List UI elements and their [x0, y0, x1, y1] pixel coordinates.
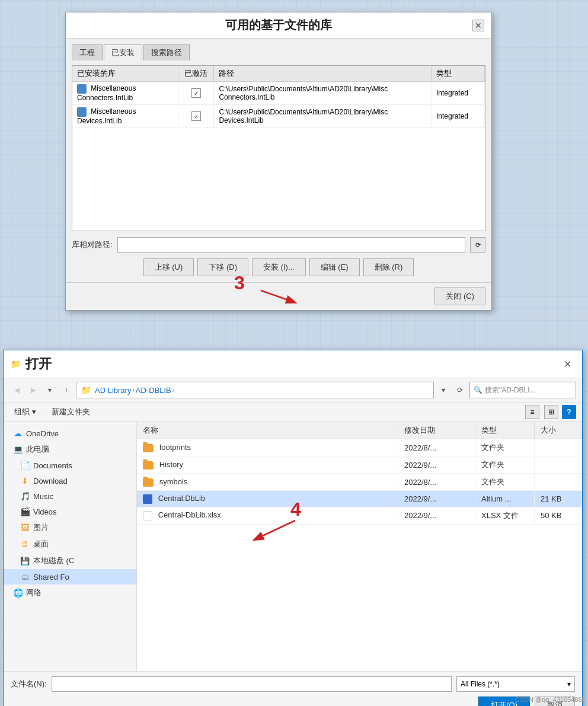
- table-row[interactable]: Miscellaneous Connectors.IntLib ✓ C:\Use…: [72, 82, 485, 105]
- sidebar-item-sharedfolder[interactable]: 🗂 Shared Fo: [4, 569, 136, 584]
- table-row[interactable]: Miscellaneous Devices.IntLib ✓ C:\Users\…: [72, 105, 485, 128]
- file-type-cell: 文件夹: [475, 439, 535, 456]
- lib-down-button[interactable]: 下移 (D): [197, 258, 248, 276]
- sidebar-item-computer[interactable]: 💻 此电脑: [4, 441, 136, 458]
- library-table-container: 已安装的库 已激活 路径 类型 Miscellaneous Connectors…: [72, 65, 485, 231]
- filetype-label: All Files (*.*): [461, 680, 500, 688]
- view-detail-button[interactable]: ≡: [525, 405, 539, 419]
- lib-checkbox[interactable]: ✓: [191, 111, 201, 121]
- table-row[interactable]: symbols 2022/8/... 文件夹: [137, 474, 582, 491]
- sidebar-item-download[interactable]: ⬇ Download: [4, 473, 136, 488]
- sidebar-item-localdisk[interactable]: 💾 本地磁盘 (C: [4, 552, 136, 569]
- lib-close-button[interactable]: 关闭 (C): [434, 287, 485, 305]
- lib-remove-button[interactable]: 删除 (R): [363, 258, 414, 276]
- help-button[interactable]: ?: [562, 405, 576, 419]
- sidebar-item-videos[interactable]: 🎬 Videos: [4, 504, 136, 519]
- library-dialog: 可用的基于文件的库 ✕ 工程 已安装 搜索路径 已安装的库 已激活 路径 类型: [65, 12, 492, 311]
- folder-icon-download: ⬇: [20, 476, 30, 485]
- lib-path-input[interactable]: [117, 237, 465, 253]
- file-date-cell: 2022/8/...: [398, 439, 475, 456]
- open-close-button[interactable]: ✕: [560, 357, 575, 371]
- view-icon-button[interactable]: ⊞: [544, 405, 558, 419]
- nav-forward-button[interactable]: ▶: [26, 383, 40, 397]
- filetype-select[interactable]: All Files (*.*) ▾: [456, 676, 575, 692]
- lib-install-button[interactable]: 安装 (I)...: [252, 258, 306, 276]
- library-dialog-footer: 关闭 (C): [66, 282, 491, 310]
- file-name-cell: Central.DbLib: [137, 491, 398, 507]
- file-name-cell: History: [137, 456, 398, 474]
- lib-checkbox[interactable]: ✓: [191, 88, 201, 98]
- file-name-cell: footprints: [137, 439, 398, 456]
- lib-type-cell: Integrated: [432, 105, 485, 128]
- toolbar-row: 组织 ▾ 新建文件夹 ≡ ⊞ ?: [4, 402, 582, 422]
- drive-icon-shared: 🗂: [20, 572, 30, 582]
- table-row[interactable]: Central.DbLib 2022/9/... Altium ... 21 K…: [137, 491, 582, 507]
- search-input[interactable]: 搜索"AD-DBLI...: [485, 385, 572, 395]
- tab-project[interactable]: 工程: [72, 44, 103, 60]
- col-installed-name: 已安装的库: [72, 66, 178, 82]
- open-dialog-icon: 📁: [11, 359, 21, 369]
- library-dialog-title: 可用的基于文件的库: [85, 17, 472, 33]
- col-type[interactable]: 类型: [475, 422, 535, 439]
- library-dialog-body: 工程 已安装 搜索路径 已安装的库 已激活 路径 类型: [66, 39, 491, 282]
- tab-search-path[interactable]: 搜索路径: [143, 44, 190, 60]
- col-name[interactable]: 名称: [137, 422, 398, 439]
- open-content: ☁ OneDrive 💻 此电脑 📄 Documents ⬇ Download …: [4, 422, 582, 671]
- nav-up-button[interactable]: ↑: [59, 383, 74, 397]
- lib-up-button[interactable]: 上移 (U): [143, 258, 194, 276]
- sidebar-label-onedrive: OneDrive: [26, 429, 59, 438]
- address-path-item-adlibrary[interactable]: AD Library: [95, 386, 131, 395]
- address-refresh-button[interactable]: ⟳: [453, 383, 467, 397]
- file-table: 名称 修改日期 类型 大小 footprints 2022/8/... 文件夹: [137, 422, 582, 525]
- col-path: 路径: [214, 66, 432, 82]
- file-size-cell: 21 KB: [535, 491, 582, 507]
- lib-icon: [77, 84, 87, 94]
- tab-installed[interactable]: 已安装: [104, 44, 142, 61]
- file-date-cell: 2022/9/...: [398, 491, 475, 507]
- search-icon: 🔍: [474, 386, 482, 394]
- col-date[interactable]: 修改日期: [398, 422, 475, 439]
- table-row[interactable]: footprints 2022/8/... 文件夹: [137, 439, 582, 456]
- file-type-cell: XLSX 文件: [475, 507, 535, 524]
- sidebar-item-onedrive[interactable]: ☁ OneDrive: [4, 426, 136, 441]
- lib-path-cell: C:\Users\Public\Documents\Altium\AD20\Li…: [214, 82, 432, 105]
- sidebar-item-music[interactable]: 🎵 Music: [4, 488, 136, 504]
- lib-edit-button[interactable]: 编辑 (E): [309, 258, 360, 276]
- cloud-icon: ☁: [13, 429, 23, 438]
- sidebar-item-desktop[interactable]: 🖥 桌面: [4, 536, 136, 552]
- lib-path-label: 库相对路径:: [72, 239, 113, 250]
- filename-input[interactable]: [52, 676, 452, 692]
- folder-icon-docs: 📄: [20, 461, 30, 470]
- new-folder-button[interactable]: 新建文件夹: [47, 405, 95, 419]
- sidebar-label-videos: Videos: [33, 507, 57, 516]
- table-row[interactable]: History 2022/9/... 文件夹: [137, 456, 582, 474]
- file-type-cell: 文件夹: [475, 456, 535, 474]
- address-path[interactable]: 📁 AD Library › AD-DBLIB ›: [76, 382, 434, 398]
- file-name-cell: Central-DbLib.xlsx: [137, 507, 398, 524]
- lib-path-browse-button[interactable]: ⟳: [470, 237, 485, 253]
- address-dropdown-button[interactable]: ▾: [436, 383, 450, 397]
- organize-button[interactable]: 组织 ▾: [9, 405, 41, 419]
- nav-back-button[interactable]: ◀: [9, 383, 24, 397]
- sidebar-label-computer: 此电脑: [26, 444, 49, 455]
- lib-type-cell: Integrated: [432, 82, 485, 105]
- sidebar-item-documents[interactable]: 📄 Documents: [4, 458, 136, 473]
- table-row[interactable]: Central-DbLib.xlsx 2022/9/... XLSX 文件 50…: [137, 507, 582, 524]
- col-activated: 已激活: [178, 66, 214, 82]
- sidebar-label-download: Download: [33, 477, 68, 485]
- sidebar-label-pictures: 图片: [33, 522, 49, 533]
- col-size[interactable]: 大小: [535, 422, 582, 439]
- lib-activated-cell: ✓: [178, 82, 214, 105]
- sidebar-item-network[interactable]: 🌐 网络: [4, 584, 136, 601]
- file-size-cell: [535, 456, 582, 474]
- open-dialog: 📁 打开 ✕ ◀ ▶ ▾ ↑ 📁 AD Library › AD-DBLIB ›…: [3, 350, 583, 706]
- nav-dropdown-button[interactable]: ▾: [43, 383, 57, 397]
- altium-icon: [143, 494, 152, 504]
- address-path-item-addblib[interactable]: AD-DBLIB: [136, 386, 171, 395]
- sidebar-label-network: 网络: [26, 587, 41, 598]
- file-date-cell: 2022/9/...: [398, 507, 475, 524]
- library-close-button[interactable]: ✕: [472, 20, 484, 31]
- folder-icon-footprints: [143, 444, 154, 452]
- sidebar-item-pictures[interactable]: 🖼 图片: [4, 519, 136, 536]
- library-action-row: 上移 (U) 下移 (D) 安装 (I)... 编辑 (E) 删除 (R): [72, 258, 485, 276]
